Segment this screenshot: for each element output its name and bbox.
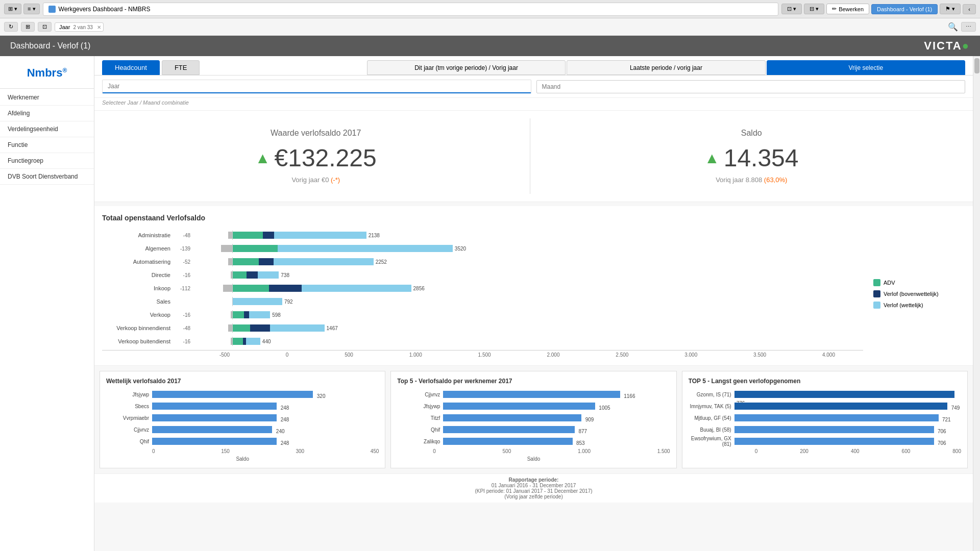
small-bar-label: Mjtluup, GF (54) [689, 415, 734, 421]
bar-row: Sales 792 [102, 296, 863, 307]
bottom-card-mid: Top 5 - Verlofsaldo per werknemer 2017 C… [390, 371, 676, 468]
small-bar [734, 391, 954, 398]
bar-adv [233, 324, 250, 332]
kpi-left-amount: €132.225 [275, 144, 377, 172]
bar-row: Algemeen -139 3520 [102, 243, 863, 254]
refresh-btn[interactable]: ↻ [4, 22, 18, 32]
bar-row: Inkoop -112 2856 [102, 283, 863, 294]
small-bar-row: Qhif 248 [106, 437, 379, 446]
sidebar-item-werknemer[interactable]: Werknemer [0, 90, 94, 106]
bottom-right-axis: 0200400600800 [755, 448, 961, 454]
bar-chart-title: Totaal openstaand Verlofsaldo [102, 214, 965, 222]
company-logo-area: Nmbrs® [0, 61, 94, 87]
legend-wet: Verlof (wettelijk) [873, 302, 965, 309]
browser-list-btn[interactable]: ≡ ▾ [23, 4, 39, 14]
small-bar-label: Jfsjywp [106, 392, 152, 397]
bar-row: Automatisering -52 2252 [102, 256, 863, 267]
bar-wet [246, 338, 260, 345]
sidebar-item-afdeling[interactable]: Afdeling [0, 106, 94, 121]
tab-fte[interactable]: FTE [162, 60, 200, 75]
hbar-total-val: 440 [262, 339, 271, 344]
bar-wet [258, 271, 279, 279]
bottom-left-title: Wettelijk verlofsaldo 2017 [106, 378, 379, 385]
flag-btn[interactable]: ⚑ ▾ [940, 4, 961, 14]
hbar-neg-val: -139 [174, 246, 191, 252]
footer-info: Rapportage periode: 01 Januari 2016 - 31… [94, 473, 973, 503]
layout-btn[interactable]: ⊡ [38, 22, 52, 32]
hbar-neg-area [191, 285, 232, 292]
browser-tab[interactable]: Werkgevers Dashboard - NMBRS [43, 3, 778, 16]
filter-close-icon[interactable]: ✕ [97, 24, 101, 30]
hbar-pos-bars: 440 [233, 337, 271, 346]
legend-wet-color [873, 302, 880, 309]
small-bar [734, 438, 934, 445]
bookmark-btn[interactable]: ⊟ ▾ [804, 4, 824, 14]
sidebar-item-functiegroep[interactable]: Functiegroep [0, 153, 94, 169]
period-btn-3[interactable]: Vrije selectie [767, 60, 965, 75]
bar-boven [250, 324, 270, 332]
bar-boven [269, 285, 302, 292]
small-bar-label: Jfsjywp [397, 404, 443, 409]
hbar-total-val: 738 [281, 272, 289, 278]
filter-maand-input[interactable] [536, 80, 966, 93]
chart-legend: ADV Verlof (bovenwettelijk) Verlof (wett… [863, 230, 965, 358]
hbar-neg-area [191, 245, 232, 252]
browser-view-btn[interactable]: ⊞ ▾ [4, 4, 21, 14]
filter-jaar-input[interactable] [102, 80, 531, 93]
bar-axis-labels: -50005001.0001.5002.0002.5003.0003.5004.… [102, 350, 863, 358]
small-bar-area: 877 [443, 426, 670, 433]
hbar-pos-bars: 2138 [233, 231, 380, 240]
period-btn-1[interactable]: Dit jaar (tm vorige periode) / Vorig jaa… [367, 60, 566, 75]
bar-wet [278, 245, 453, 252]
hbar-neg-area [191, 232, 232, 239]
small-bar [734, 414, 939, 421]
small-bar-row: Qhif 877 [397, 425, 670, 434]
sidebar-item-functie[interactable]: Functie [0, 137, 94, 153]
bottom-left-bars: Jfsjywp 320 Sbecs 248 Vvrpmiaebr 248 Cjj… [106, 390, 379, 446]
dashboard-btn[interactable]: Dashboard - Verlof (1) [871, 4, 938, 14]
scrollbar-vertical[interactable] [973, 56, 980, 551]
hbar-total-val: 2856 [413, 286, 425, 291]
back-nav-btn[interactable]: ‹ [963, 4, 976, 14]
kpi-row: Waarde verlofsaldo 2017 ▲ €132.225 Vorig… [94, 111, 973, 202]
hbar-label: Administratie [102, 232, 174, 238]
bottom-mid-title: Top 5 - Verlofsaldo per werknemer 2017 [397, 378, 670, 385]
bar-row: Verkoop -16 598 [102, 309, 863, 320]
bar-wet [233, 298, 282, 305]
bar-row: Verkoop buitendienst -16 440 [102, 336, 863, 347]
filter-jaar-value: 2 van 33 [74, 24, 93, 30]
footer-rapportage: Rapportage periode: [509, 477, 559, 483]
small-bar-val: 1166 [624, 393, 635, 399]
period-btn-2[interactable]: Laatste periode / vorig jaar [567, 60, 765, 75]
hbar-total-val: 792 [284, 299, 293, 305]
grid-btn[interactable]: ⊞ [21, 22, 35, 32]
edit-button[interactable]: Bewerken [826, 4, 869, 14]
hbar-neg-val: -16 [174, 339, 191, 344]
small-bar-label: Buuaj, BI (58) [689, 427, 734, 433]
footer-line2: (KPI periode: 01 Januari 2017 - 31 Decem… [475, 488, 592, 494]
hbar-pos-bars: 738 [233, 270, 289, 280]
app-header: Dashboard - Verlof (1) VICTA● [0, 36, 980, 56]
kpi-right-title: Saldo [548, 129, 955, 138]
nmbrs-reg: ® [62, 67, 67, 74]
bar-wet [249, 311, 270, 318]
more-options-btn[interactable]: ⋯ [961, 22, 976, 32]
small-bar-val: 853 [576, 440, 585, 446]
footer-line3: (Vorig jaar zelfde periode) [504, 494, 563, 499]
monitor-btn[interactable]: ⊡ ▾ [781, 4, 802, 14]
small-bar-area: 909 [443, 414, 670, 421]
edit-label: Bewerken [839, 6, 864, 12]
browser-bar: ⊞ ▾ ≡ ▾ Werkgevers Dashboard - NMBRS ⊡ ▾… [0, 0, 980, 18]
small-bar-val: 248 [281, 440, 289, 446]
sidebar-item-dvb[interactable]: DVB Soort Dienstverband [0, 169, 94, 185]
small-bar-area: 1005 [443, 403, 670, 410]
small-bar-area: 853 [443, 438, 670, 445]
sidebar-item-verdelingseenheid[interactable]: Verdelingseenheid [0, 121, 94, 137]
tab-headcount[interactable]: Headcount [102, 60, 160, 75]
scroll-thumb[interactable] [974, 58, 979, 73]
kpi-card-left: Waarde verlofsaldo 2017 ▲ €132.225 Vorig… [102, 118, 530, 194]
hbar-pos-bars: 792 [233, 297, 293, 306]
search-icon[interactable]: 🔍 [948, 22, 958, 32]
filter-jaar-tag[interactable]: Jaar 2 van 33 ✕ [55, 22, 104, 32]
small-bar [443, 414, 581, 421]
